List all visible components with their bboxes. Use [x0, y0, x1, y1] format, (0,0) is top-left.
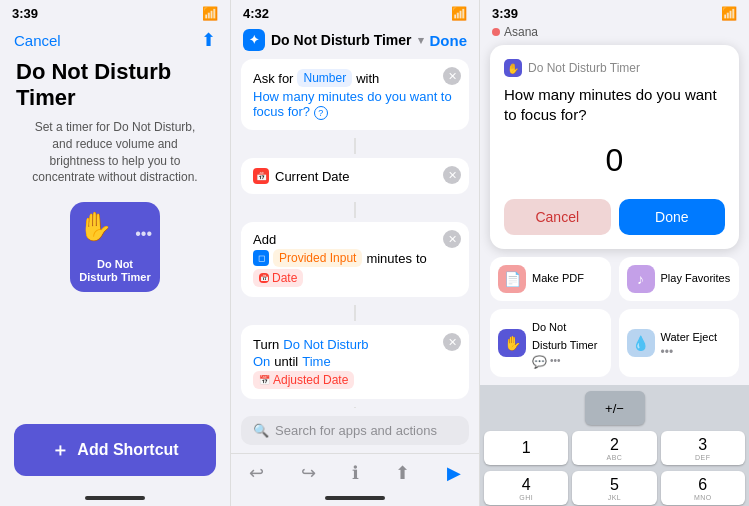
home-indicator	[85, 496, 145, 500]
time-label[interactable]: Time	[302, 354, 330, 369]
dnd-link[interactable]: Do Not Disturb	[283, 337, 368, 352]
ask-question: How many minutes do you want to focus fo…	[253, 89, 457, 120]
adj-date-icon: 📅	[259, 375, 270, 385]
panel2-title: Do Not Disturb Timer	[271, 32, 412, 48]
number-input-display: 0	[504, 134, 725, 187]
modal-done-button[interactable]: Done	[619, 199, 726, 235]
shortcut-card[interactable]: ✋ ••• Do Not Disturb Timer	[70, 202, 160, 292]
key-3[interactable]: 3 DEF	[661, 431, 745, 465]
current-date-card: ✕ 📅 Current Date	[241, 158, 469, 194]
date-pill-icon: 📅	[259, 273, 269, 283]
shortcut-play-favorites[interactable]: ♪ Play Favorites	[619, 257, 740, 301]
number-keyboard: +/− 1 2 ABC 3 DEF 4 GHI 5 JKL	[480, 385, 749, 506]
panel-1: 3:39 📶 Cancel ⬆ Do Not Disturb Timer Set…	[0, 0, 230, 506]
water-eject-icon: 💧	[627, 329, 655, 357]
connector-line-2	[354, 202, 356, 218]
modal-title-row: ✋ Do Not Disturb Timer	[504, 59, 725, 77]
panel1-status-bar: 3:39 📶	[0, 0, 230, 25]
key-4[interactable]: 4 GHI	[484, 471, 568, 505]
date-pill[interactable]: 📅 Date	[253, 269, 303, 287]
turn-dnd-card: ✕ Turn Do Not Disturb On until Time 📅 Ad…	[241, 325, 469, 399]
close-add-card-button[interactable]: ✕	[443, 230, 461, 248]
info-icon[interactable]: ℹ	[352, 462, 359, 484]
turn-label: Turn	[253, 337, 279, 352]
panel2-icons: 📶	[451, 6, 467, 21]
shortcut-make-pdf[interactable]: 📄 Make PDF	[490, 257, 611, 301]
search-placeholder: Search for apps and actions	[275, 423, 437, 438]
more-icon[interactable]: •••	[135, 225, 152, 243]
asana-dot	[492, 28, 500, 36]
page-title: Do Not Disturb Timer	[0, 57, 230, 119]
panel3-signal-icons: 📶	[721, 6, 737, 21]
done-button[interactable]: Done	[430, 32, 468, 49]
to-label: to	[416, 251, 427, 266]
modal-question: How many minutes do you want to focus fo…	[504, 85, 725, 124]
on-label[interactable]: On	[253, 354, 270, 369]
workflow-toolbar: ↩ ↪ ℹ ⬆ ▶	[231, 453, 479, 496]
play-favorites-icon: ♪	[627, 265, 655, 293]
panel1-icons: 📶	[202, 6, 218, 21]
share-icon[interactable]: ⬆	[201, 29, 216, 51]
shortcuts-grid: 📄 Make PDF ♪ Play Favorites ✋ Do Not Dis…	[490, 257, 739, 377]
current-date-label: Current Date	[275, 169, 349, 184]
key-2[interactable]: 2 ABC	[572, 431, 656, 465]
key-plus-minus[interactable]: +/−	[585, 391, 645, 425]
cancel-button[interactable]: Cancel	[14, 32, 61, 49]
input-modal: ✋ Do Not Disturb Timer How many minutes …	[490, 45, 739, 249]
dnd-timer-icon: ✋	[498, 329, 526, 357]
until-label: until	[274, 354, 298, 369]
panel1-time: 3:39	[12, 6, 38, 21]
dnd-timer-label: Do Not Disturb Timer	[532, 321, 597, 351]
search-icon: 🔍	[253, 423, 269, 438]
with-label: with	[356, 71, 379, 86]
key-1[interactable]: 1	[484, 431, 568, 465]
panel2-status-bar: 4:32 📶	[231, 0, 479, 25]
panel3-time: 3:39	[492, 6, 518, 21]
dropdown-icon[interactable]: ▾	[418, 34, 424, 47]
make-pdf-label: Make PDF	[532, 272, 584, 285]
modal-buttons: Cancel Done	[504, 199, 725, 235]
connector-line-3	[354, 305, 356, 321]
panel-3: 3:39 📶 Asana ✋ Do Not Disturb Timer How …	[479, 0, 749, 506]
panel3-top: 3:39 📶 Asana	[480, 0, 749, 45]
ask-label: Ask for	[253, 71, 293, 86]
undo-icon[interactable]: ↩	[249, 462, 264, 484]
connector-line-4	[354, 407, 356, 408]
close-turn-card-button[interactable]: ✕	[443, 333, 461, 351]
key-6[interactable]: 6 MNO	[661, 471, 745, 505]
key-5[interactable]: 5 JKL	[572, 471, 656, 505]
panel-2: 4:32 📶 ✦ Do Not Disturb Timer ▾ Done ✕ A…	[230, 0, 479, 506]
shortcut-dnd-timer[interactable]: ✋ Do Not Disturb Timer 💬 •••	[490, 309, 611, 377]
input-icon: ◻	[253, 250, 269, 266]
modal-shortcut-icon: ✋	[504, 59, 522, 77]
play-icon[interactable]: ▶	[447, 462, 461, 484]
search-bar[interactable]: 🔍 Search for apps and actions	[241, 416, 469, 445]
adjusted-date-pill[interactable]: 📅 Adjusted Date	[253, 371, 354, 389]
modal-cancel-button[interactable]: Cancel	[504, 199, 611, 235]
number-pill[interactable]: Number	[297, 69, 352, 87]
close-date-card-button[interactable]: ✕	[443, 166, 461, 184]
home-indicator	[325, 496, 385, 500]
shortcut-name: Do Not Disturb Timer	[78, 258, 152, 284]
minutes-label: minutes	[366, 251, 412, 266]
asana-label: Asana	[504, 25, 538, 39]
provided-input-pill[interactable]: Provided Input	[273, 249, 362, 267]
keyboard-row-2: 4 GHI 5 JKL 6 MNO	[484, 471, 745, 505]
shortcut-description: Set a timer for Do Not Disturb, and redu…	[0, 119, 230, 202]
make-pdf-icon: 📄	[498, 265, 526, 293]
panel2-header: ✦ Do Not Disturb Timer ▾ Done	[231, 25, 479, 59]
shortcut-water-eject[interactable]: 💧 Water Eject •••	[619, 309, 740, 377]
close-card-button[interactable]: ✕	[443, 67, 461, 85]
add-button-label: Add Shortcut	[77, 441, 178, 459]
add-shortcut-button[interactable]: ＋ Add Shortcut	[14, 424, 216, 476]
workflow-content: ✕ Ask for Number with How many minutes d…	[231, 59, 479, 408]
keyboard-row-1: 1 2 ABC 3 DEF	[484, 431, 745, 465]
panel2-time: 4:32	[243, 6, 269, 21]
water-eject-label: Water Eject	[661, 331, 717, 343]
connector-line	[354, 138, 356, 154]
redo-icon[interactable]: ↪	[301, 462, 316, 484]
asana-row: Asana	[492, 25, 737, 39]
ask-card: ✕ Ask for Number with How many minutes d…	[241, 59, 469, 130]
panel1-header: Cancel ⬆	[0, 25, 230, 57]
share-workflow-icon[interactable]: ⬆	[395, 462, 410, 484]
